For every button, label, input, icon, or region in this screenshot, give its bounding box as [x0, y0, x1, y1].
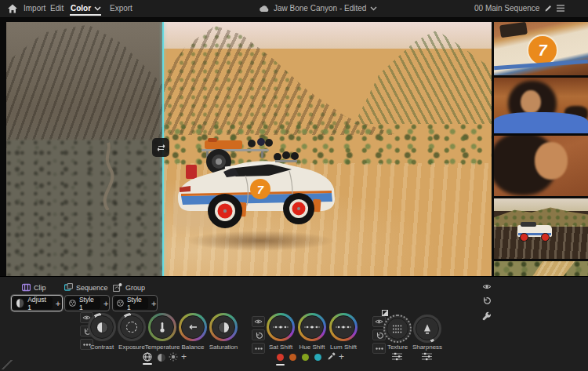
group-preset-style[interactable]: Style 1 + — [112, 295, 158, 311]
sharpness-label: Sharpness — [404, 344, 451, 351]
add-swatch-button[interactable]: + — [339, 351, 344, 362]
saturation-dial[interactable] — [209, 313, 238, 341]
wheelset-light-tab[interactable] — [169, 352, 178, 362]
sequence-preset-style[interactable]: Style 1 + — [64, 295, 110, 311]
wheelset-global-tab[interactable] — [143, 352, 152, 362]
sharpness-settings-icon[interactable] — [422, 352, 432, 361]
tab-group-label: Group — [125, 284, 145, 292]
project-chevron-down-icon[interactable] — [370, 6, 377, 11]
add-style-button[interactable]: + — [100, 299, 111, 308]
eye-icon — [482, 283, 492, 290]
sequence-icon — [64, 283, 73, 292]
add-adjust-button[interactable]: + — [53, 299, 64, 308]
saturation-icon — [218, 322, 230, 333]
group2-visibility-button[interactable] — [252, 316, 265, 327]
resize-corner[interactable] — [2, 360, 13, 369]
eye-icon — [375, 318, 383, 325]
style-palette-icon — [117, 299, 124, 307]
panel-visibility-button[interactable] — [482, 283, 492, 290]
shift-slider-icon — [303, 324, 321, 330]
thumb4-sky — [494, 198, 588, 211]
lum-shift-label: Lum Shift — [320, 344, 367, 351]
texture-settings-icon[interactable] — [392, 352, 402, 361]
exposure-icon — [126, 322, 137, 333]
tab-clip[interactable]: Clip — [22, 283, 46, 292]
panel-reset-button[interactable] — [482, 296, 491, 304]
preset-pill: Style 1 — [114, 297, 148, 309]
menu-import[interactable]: Import — [24, 4, 45, 13]
group2-reset-button[interactable] — [252, 329, 265, 340]
contrast-dial[interactable] — [88, 313, 116, 341]
clip-filmstrip-icon — [22, 283, 31, 292]
thumb3-face — [535, 142, 568, 180]
filmstrip-thumbnail-2[interactable] — [494, 78, 588, 133]
contrast-mini-icon — [157, 353, 166, 362]
tab-sequence-label: Sequence — [76, 284, 108, 292]
undo-icon — [482, 296, 491, 304]
swatch-active-underline — [276, 364, 285, 366]
tab-group[interactable]: Group — [113, 283, 145, 292]
menu-edit[interactable]: Edit — [50, 4, 64, 13]
program-monitor: 7 — [6, 22, 492, 276]
preview-after-image: 7 — [164, 22, 492, 276]
thumb1-car-number: 7 — [538, 42, 546, 60]
arrow-left-icon — [188, 324, 198, 330]
eye-icon — [254, 318, 263, 325]
thumb4-wheel — [520, 233, 528, 242]
style-palette-icon — [69, 299, 76, 307]
hue-swatch-teal[interactable] — [314, 354, 321, 361]
exposure-dial[interactable] — [118, 313, 146, 341]
top-bar: Import Edit Color Export Jaw Bone Canyon… — [0, 0, 588, 18]
preset-label: Style 1 — [79, 296, 96, 311]
sharpness-dial[interactable] — [413, 315, 441, 343]
filmstrip-thumbnail-3[interactable] — [494, 136, 588, 196]
preset-label: Style 1 — [127, 296, 143, 311]
tab-clip-label: Clip — [34, 284, 46, 292]
sequence-label: 00 Main Sequence — [474, 4, 539, 13]
thumb4-car-rack — [521, 222, 536, 227]
globe-icon — [143, 352, 152, 362]
preset-pill: Style 1 — [67, 297, 100, 309]
add-style-button[interactable]: + — [148, 299, 159, 308]
saturation-label: Saturation — [200, 344, 247, 351]
compare-slider-handle[interactable] — [152, 138, 169, 157]
sequence-list-icon[interactable] — [557, 5, 564, 12]
wheelset-active-underline — [143, 363, 152, 365]
temperature-dial[interactable] — [148, 313, 176, 341]
group-icon — [113, 283, 122, 292]
eyedropper-icon[interactable] — [327, 352, 336, 361]
edit-pencil-icon[interactable] — [544, 4, 553, 13]
hue-swatch-green[interactable] — [302, 354, 309, 361]
thumb2-face — [521, 90, 541, 114]
settings-wrench-icon[interactable] — [481, 311, 492, 322]
shift-slider-icon — [335, 324, 352, 330]
menu-export[interactable]: Export — [110, 4, 132, 13]
menu-color[interactable]: Color — [71, 4, 91, 13]
before-trail — [53, 116, 147, 210]
hue-shift-dial[interactable] — [298, 313, 326, 341]
sat-shift-dial[interactable] — [267, 313, 295, 341]
preset-label: Adjust 1 — [27, 296, 48, 311]
wheelset-contrast-tab[interactable] — [157, 353, 166, 362]
add-wheelset-button[interactable]: + — [181, 351, 187, 362]
thumb2-shirt — [494, 112, 588, 133]
contrast-icon — [96, 322, 108, 333]
car-number-badge: 7 — [250, 179, 270, 199]
texture-dial[interactable] — [383, 315, 412, 343]
undo-icon — [255, 332, 263, 339]
preset-pill: Adjust 1 — [13, 297, 53, 309]
preview-before-image — [6, 22, 163, 276]
project-title[interactable]: Jaw Bone Canyon - Edited — [274, 4, 366, 13]
hue-swatch-red[interactable] — [277, 354, 284, 361]
filmstrip-thumbnail-4[interactable] — [494, 198, 588, 259]
hue-swatch-orange[interactable] — [289, 354, 296, 361]
balance-dial[interactable] — [179, 313, 207, 341]
tab-sequence[interactable]: Sequence — [64, 283, 108, 292]
thumb4-wheel — [541, 233, 550, 242]
active-menu-underline — [70, 14, 101, 16]
lum-shift-dial[interactable] — [329, 313, 358, 341]
home-icon[interactable] — [7, 3, 18, 14]
cloud-sync-icon — [259, 5, 270, 13]
clip-preset-adjust[interactable]: Adjust 1 + — [11, 295, 63, 311]
filmstrip-thumbnail-1[interactable]: 7 — [494, 22, 588, 75]
